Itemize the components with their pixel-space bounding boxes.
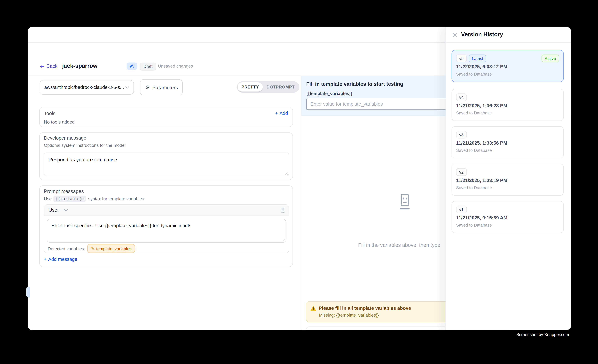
version-number-badge: v3 [456, 131, 467, 138]
model-select[interactable]: aws/anthropic/bedrock-claude-3-5-s... [40, 80, 134, 95]
prompt-message-block: User Enter task specifics. Use {{templat… [44, 204, 289, 253]
page-title: jack-sparrow [62, 63, 98, 69]
role-select-value[interactable]: User [48, 207, 59, 213]
drag-handle-icon[interactable] [281, 207, 285, 213]
tools-card: Tools + Add No tools added [39, 107, 293, 127]
version-history-title: Version History [461, 31, 503, 37]
parameters-label: Parameters [152, 84, 178, 90]
version-saved-label: Saved to Database [456, 72, 492, 76]
warning-detail: Missing: {{template_variables}} [319, 313, 379, 317]
model-select-value: aws/anthropic/bedrock-claude-3-5-s... [44, 85, 124, 90]
hint-suffix: syntax for template variables [88, 196, 144, 201]
back-button[interactable]: ← Back [40, 63, 58, 69]
plus-icon: + [275, 111, 278, 116]
parameters-button[interactable]: ⚙ Parameters [140, 79, 183, 95]
detected-variables-label: Detected variables: [48, 246, 85, 251]
version-saved-label: Saved to Database [456, 111, 492, 115]
version-timestamp: 11/22/2025, 6:08:12 PM [456, 64, 507, 69]
add-message-label: Add message [48, 257, 77, 262]
version-timestamp: 11/21/2025, 1:36:28 PM [456, 103, 507, 108]
app-window: ← Back jack-sparrow v5 Draft Unsaved cha… [28, 27, 571, 330]
detected-variable-name: template_variables [96, 246, 132, 251]
version-badge: v5 [127, 63, 137, 70]
version-card-v3[interactable]: v3 11/21/2025, 1:33:56 PM Saved to Datab… [451, 126, 564, 158]
unsaved-changes-label: Unsaved changes [158, 64, 193, 68]
panel-header-divider [446, 42, 571, 43]
toggle-pretty[interactable]: PRETTY [238, 82, 263, 91]
prompt-messages-hint: Use {{variable}} syntax for template var… [44, 196, 144, 202]
version-number-badge: v4 [456, 93, 467, 101]
version-timestamp: 11/21/2025, 9:16:39 AM [456, 215, 507, 221]
developer-message-input[interactable]: Respond as you are tom cruise [44, 152, 289, 176]
version-saved-label: Saved to Database [456, 148, 492, 153]
prompt-messages-card: Prompt messages Use {{variable}} syntax … [39, 185, 293, 267]
version-card-v4[interactable]: v4 11/21/2025, 1:36:28 PM Saved to Datab… [451, 89, 564, 121]
version-card-v5[interactable]: v5 Latest Active 11/22/2025, 6:08:12 PM … [451, 50, 564, 82]
version-number-badge: v2 [456, 168, 467, 176]
tools-empty-text: No tools added [44, 119, 75, 125]
version-history-panel: Version History v5 Latest Active 11/22/2… [446, 27, 571, 330]
toggle-dotprompt[interactable]: DOTPROMPT [263, 82, 299, 91]
detected-variable-chip[interactable]: ✎ template_variables [87, 244, 135, 253]
pen-icon: ✎ [91, 246, 94, 251]
tools-title: Tools [44, 111, 55, 116]
format-toggle: PRETTY DOTPROMPT [237, 81, 299, 93]
watermark-text: Screenshot by Xnapper.com [516, 332, 569, 337]
back-arrow-icon: ← [40, 64, 45, 69]
template-variable-label: {{template_variables}} [306, 91, 353, 96]
add-tool-button[interactable]: + Add [275, 111, 288, 116]
hint-prefix: Use [44, 196, 52, 201]
latest-badge: Latest [469, 55, 486, 62]
bot-icon-base [400, 208, 410, 209]
screenshot-stage: ← Back jack-sparrow v5 Draft Unsaved cha… [0, 0, 598, 364]
empty-state-text: Fill in the variables above, then type [358, 242, 440, 248]
version-number-badge: v5 [456, 55, 467, 62]
version-saved-label: Saved to Database [456, 223, 492, 227]
version-timestamp: 11/21/2025, 1:33:56 PM [456, 141, 507, 146]
developer-message-subtitle: Optional system instructions for the mod… [44, 143, 125, 148]
draft-badge: Draft [140, 63, 156, 71]
active-badge: Active [542, 55, 559, 62]
banner-title: Fill in template variables to start test… [306, 81, 403, 87]
version-timestamp: 11/21/2025, 1:33:19 PM [456, 178, 507, 183]
developer-message-card: Developer message Optional system instru… [39, 132, 293, 180]
gear-icon: ⚙ [145, 85, 150, 90]
add-message-button[interactable]: + Add message [44, 257, 77, 262]
plus-icon: + [44, 257, 47, 262]
chevron-down-icon [125, 86, 129, 89]
variable-syntax-chip: {{variable}} [54, 196, 86, 202]
version-saved-label: Saved to Database [456, 185, 492, 190]
warning-icon: ! [310, 306, 316, 311]
developer-message-title: Developer message [44, 135, 86, 141]
side-drawer-handle[interactable] [26, 287, 30, 298]
add-tool-label: Add [279, 111, 288, 116]
close-icon[interactable] [452, 32, 458, 37]
version-number-badge: v1 [456, 206, 467, 213]
back-label: Back [47, 63, 58, 69]
message-content-input[interactable]: Enter task specifics. Use {{template_var… [47, 219, 286, 243]
warning-title: Please fill in all template variables ab… [319, 306, 411, 311]
version-card-v1[interactable]: v1 11/21/2025, 9:16:39 AM Saved to Datab… [451, 201, 564, 233]
bot-icon [401, 194, 409, 206]
version-card-v2[interactable]: v2 11/21/2025, 1:33:19 PM Saved to Datab… [451, 164, 564, 196]
chevron-down-icon[interactable] [64, 209, 68, 211]
message-role-header: User [44, 205, 289, 215]
prompt-messages-title: Prompt messages [44, 188, 84, 194]
